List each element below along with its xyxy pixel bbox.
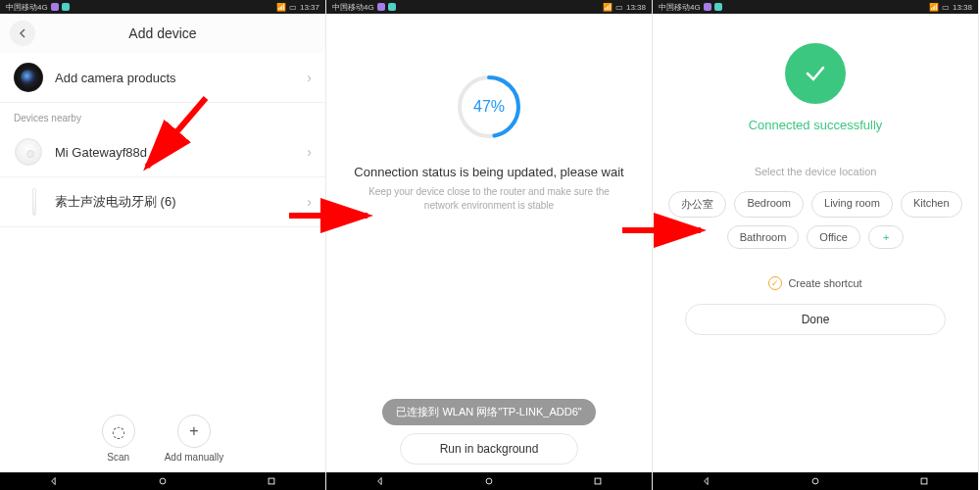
nav-home-icon[interactable] xyxy=(808,474,822,488)
device-gateway-label: Mi Gatewayf88d xyxy=(55,145,307,160)
wlan-toast: 已连接到 WLAN 网络"TP-LINK_ADD6" xyxy=(382,399,595,425)
chevron-right-icon: › xyxy=(307,144,312,160)
battery-icon: ▭ xyxy=(942,3,950,12)
android-navbar xyxy=(0,472,325,490)
location-chips: 办公室 Bedroom Living room Kitchen Bathroom… xyxy=(653,177,978,249)
svg-point-4 xyxy=(486,478,492,484)
nav-back-icon[interactable] xyxy=(47,474,61,488)
connection-status-title: Connection status is being updated, plea… xyxy=(354,165,623,179)
header: Add device xyxy=(0,14,325,53)
device-row-toothbrush[interactable]: 素士声波电动牙刷 (6) › xyxy=(0,177,325,227)
plus-icon: + xyxy=(177,415,211,448)
clock: 13:38 xyxy=(626,3,646,12)
clock: 13:38 xyxy=(953,3,972,12)
chevron-left-icon xyxy=(17,27,28,39)
clock: 13:37 xyxy=(300,3,319,12)
screen-add-device: 中国移动4G 📶▭13:37 Add device Add camera pro… xyxy=(0,0,326,490)
device-row-gateway[interactable]: Mi Gatewayf88d › xyxy=(0,127,325,177)
chip-bathroom[interactable]: Bathroom xyxy=(727,225,800,249)
add-camera-label: Add camera products xyxy=(55,71,307,85)
chip-living-room[interactable]: Living room xyxy=(811,191,893,218)
done-button[interactable]: Done xyxy=(685,304,946,335)
chip-office[interactable]: Office xyxy=(807,225,860,249)
connected-label: Connected successfully xyxy=(749,118,883,132)
battery-icon: ▭ xyxy=(289,3,297,12)
success-icon xyxy=(785,43,846,104)
status-bar: 中国移动4G 📶▭13:37 xyxy=(0,0,325,14)
svg-rect-5 xyxy=(595,478,601,484)
nav-back-icon[interactable] xyxy=(700,474,713,488)
run-background-button[interactable]: Run in background xyxy=(400,433,579,465)
scan-label: Scan xyxy=(107,452,129,463)
nav-home-icon[interactable] xyxy=(156,474,170,488)
screen-connected: 中国移动4G 📶▭13:38 Connected successfully Se… xyxy=(653,0,979,490)
page-title: Add device xyxy=(128,25,196,41)
checkbox-icon: ✓ xyxy=(768,276,782,290)
nav-recent-icon[interactable] xyxy=(265,474,278,488)
chip-office-cn[interactable]: 办公室 xyxy=(668,191,726,218)
nav-back-icon[interactable] xyxy=(373,474,387,488)
create-shortcut-row[interactable]: ✓ Create shortcut xyxy=(768,276,861,290)
screen-connecting: 中国移动4G 📶▭13:38 47% Connection status is … xyxy=(326,0,653,490)
battery-icon: ▭ xyxy=(615,3,623,12)
svg-point-0 xyxy=(160,478,166,484)
wifi-icon: 📶 xyxy=(276,3,286,12)
scan-icon: ◌ xyxy=(102,415,135,448)
wifi-icon: 📶 xyxy=(929,3,939,12)
bottom-actions: ◌ Scan + Add manually xyxy=(0,397,325,472)
carrier: 中国移动4G xyxy=(332,2,374,13)
nav-recent-icon[interactable] xyxy=(591,474,605,488)
progress-percent: 47% xyxy=(455,73,523,141)
svg-rect-7 xyxy=(921,478,927,484)
devices-nearby-header: Devices nearby xyxy=(0,103,325,127)
checkmark-icon xyxy=(801,59,830,88)
android-navbar xyxy=(326,472,652,490)
camera-icon xyxy=(14,63,43,92)
create-shortcut-label: Create shortcut xyxy=(788,277,861,289)
chevron-right-icon: › xyxy=(307,70,312,85)
nav-recent-icon[interactable] xyxy=(917,474,931,488)
status-bar: 中国移动4G 📶▭13:38 xyxy=(326,0,652,14)
progress-ring: 47% xyxy=(455,73,523,141)
add-camera-row[interactable]: Add camera products › xyxy=(0,53,325,103)
chip-add[interactable]: + xyxy=(868,225,904,249)
back-button[interactable] xyxy=(10,21,35,46)
carrier: 中国移动4G xyxy=(659,2,701,13)
device-toothbrush-label: 素士声波电动牙刷 (6) xyxy=(55,193,307,211)
connection-status-subtitle: Keep your device close to the router and… xyxy=(326,185,652,213)
status-bar: 中国移动4G 📶▭13:38 xyxy=(653,0,978,14)
android-navbar xyxy=(653,472,978,490)
svg-rect-1 xyxy=(269,478,274,484)
location-label: Select the device location xyxy=(755,166,877,177)
nav-home-icon[interactable] xyxy=(482,474,496,488)
add-manually-button[interactable]: + Add manually xyxy=(165,415,224,463)
add-manually-label: Add manually xyxy=(165,452,224,463)
svg-point-6 xyxy=(812,478,818,484)
scan-button[interactable]: ◌ Scan xyxy=(102,415,135,463)
chip-kitchen[interactable]: Kitchen xyxy=(901,191,962,218)
chip-bedroom[interactable]: Bedroom xyxy=(734,191,804,218)
chevron-right-icon: › xyxy=(307,194,312,210)
wifi-icon: 📶 xyxy=(603,3,612,12)
toothbrush-icon xyxy=(32,188,36,216)
carrier: 中国移动4G xyxy=(6,2,48,13)
gateway-icon xyxy=(15,138,42,166)
